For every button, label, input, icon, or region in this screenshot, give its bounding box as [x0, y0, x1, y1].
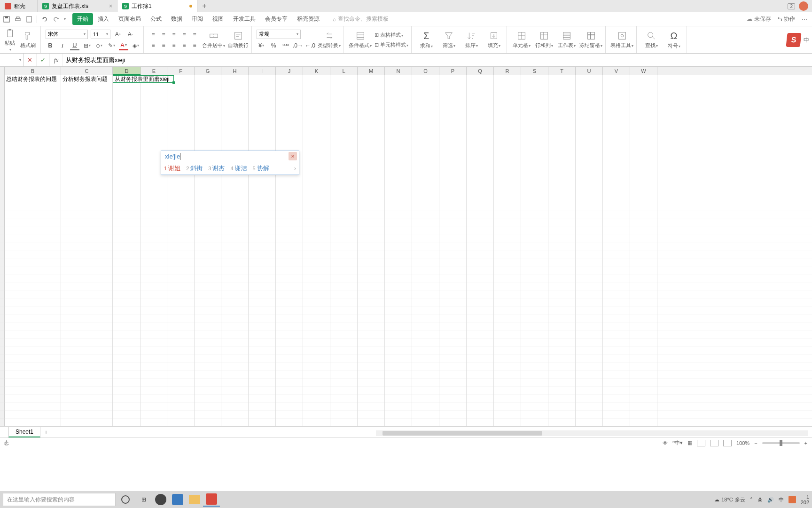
cell-E14[interactable] — [141, 179, 167, 187]
cell-Q35[interactable] — [467, 347, 494, 355]
cell-G3[interactable] — [195, 91, 221, 99]
cell-C29[interactable] — [61, 299, 113, 307]
cell-P14[interactable] — [439, 179, 467, 187]
cell-V43[interactable] — [603, 411, 630, 419]
cell-K5[interactable] — [303, 107, 330, 115]
cell-P44[interactable] — [439, 419, 467, 426]
sheet-tab-1[interactable]: Sheet1 — [8, 427, 40, 437]
cell-F5[interactable] — [167, 107, 195, 115]
print-icon[interactable] — [14, 16, 22, 23]
cell-K12[interactable] — [303, 163, 330, 171]
cell-N35[interactable] — [385, 347, 412, 355]
cell-I3[interactable] — [249, 91, 276, 99]
cell-K26[interactable] — [303, 275, 330, 283]
cell-Q38[interactable] — [467, 371, 494, 379]
cell-L28[interactable] — [330, 291, 358, 299]
cell-S1[interactable] — [521, 75, 548, 83]
cell-T11[interactable] — [548, 155, 576, 163]
cell-H22[interactable] — [221, 243, 249, 251]
cell-P5[interactable] — [439, 107, 467, 115]
cell-G24[interactable] — [195, 259, 221, 267]
cell-R28[interactable] — [494, 291, 521, 299]
cell-Q9[interactable] — [467, 139, 494, 147]
menu-tab-dev[interactable]: 开发工具 — [228, 13, 260, 25]
cell-S32[interactable] — [521, 323, 548, 331]
cell-D32[interactable] — [113, 323, 141, 331]
cell-H23[interactable] — [221, 251, 249, 259]
cell-P29[interactable] — [439, 299, 467, 307]
cell-E33[interactable] — [141, 331, 167, 339]
cell-O24[interactable] — [412, 259, 439, 267]
cell-V6[interactable] — [603, 115, 630, 123]
cell-T10[interactable] — [548, 147, 576, 155]
cell-W26[interactable] — [630, 275, 657, 283]
cell-G39[interactable] — [195, 379, 221, 387]
cell-L32[interactable] — [330, 323, 358, 331]
cell-P3[interactable] — [439, 91, 467, 99]
cell-I21[interactable] — [249, 235, 276, 243]
cell-T42[interactable] — [548, 403, 576, 411]
cell-M13[interactable] — [358, 171, 385, 179]
cell-D19[interactable] — [113, 219, 141, 227]
cell-O7[interactable] — [412, 123, 439, 131]
cell-Q28[interactable] — [467, 291, 494, 299]
cell-J44[interactable] — [276, 419, 303, 426]
column-header-M[interactable]: M — [358, 67, 385, 75]
cell-F19[interactable] — [167, 219, 195, 227]
cell-P35[interactable] — [439, 347, 467, 355]
cell-B7[interactable] — [5, 123, 61, 131]
cell-E34[interactable] — [141, 339, 167, 347]
cell-N13[interactable] — [385, 171, 412, 179]
cell-J30[interactable] — [276, 307, 303, 315]
cell-R14[interactable] — [494, 179, 521, 187]
cell-B18[interactable] — [5, 211, 61, 219]
cell-U21[interactable] — [576, 235, 603, 243]
cell-W24[interactable] — [630, 259, 657, 267]
cell-L10[interactable] — [330, 147, 358, 155]
cell-J5[interactable] — [276, 107, 303, 115]
cell-O19[interactable] — [412, 219, 439, 227]
cell-M19[interactable] — [358, 219, 385, 227]
cell-F27[interactable] — [167, 283, 195, 291]
cell-Q39[interactable] — [467, 379, 494, 387]
cell-G41[interactable] — [195, 395, 221, 403]
cell-Q16[interactable] — [467, 195, 494, 203]
cell-S8[interactable] — [521, 131, 548, 139]
cell-B34[interactable] — [5, 339, 61, 347]
cell-F28[interactable] — [167, 291, 195, 299]
cell-W10[interactable] — [630, 147, 657, 155]
row-col-button[interactable]: 行和列▾ — [534, 31, 554, 49]
cell-M18[interactable] — [358, 211, 385, 219]
cell-L36[interactable] — [330, 355, 358, 363]
cell-C36[interactable] — [61, 355, 113, 363]
cell-J8[interactable] — [276, 131, 303, 139]
cell-style-button[interactable]: ⊡ 单元格样式▾ — [375, 41, 408, 48]
cell-B26[interactable] — [5, 275, 61, 283]
cell-H38[interactable] — [221, 371, 249, 379]
cell-S4[interactable] — [521, 99, 548, 107]
column-header-W[interactable]: W — [630, 67, 657, 75]
cell-S27[interactable] — [521, 283, 548, 291]
cell-Q34[interactable] — [467, 339, 494, 347]
cell-J41[interactable] — [276, 395, 303, 403]
cell-S43[interactable] — [521, 411, 548, 419]
cell-M40[interactable] — [358, 387, 385, 395]
cell-N17[interactable] — [385, 203, 412, 211]
cell-M32[interactable] — [358, 323, 385, 331]
cell-U9[interactable] — [576, 139, 603, 147]
cell-O35[interactable] — [412, 347, 439, 355]
cell-H3[interactable] — [221, 91, 249, 99]
cell-F43[interactable] — [167, 411, 195, 419]
ime-candidate-5[interactable]: 5协解 — [253, 164, 269, 173]
cell-R40[interactable] — [494, 387, 521, 395]
cell-N3[interactable] — [385, 91, 412, 99]
cell-J9[interactable] — [276, 139, 303, 147]
cell-E30[interactable] — [141, 307, 167, 315]
cell-R21[interactable] — [494, 235, 521, 243]
cell-R42[interactable] — [494, 403, 521, 411]
cell-N22[interactable] — [385, 243, 412, 251]
cell-V24[interactable] — [603, 259, 630, 267]
cell-G1[interactable] — [195, 75, 221, 83]
cell-F18[interactable] — [167, 211, 195, 219]
cell-I35[interactable] — [249, 347, 276, 355]
